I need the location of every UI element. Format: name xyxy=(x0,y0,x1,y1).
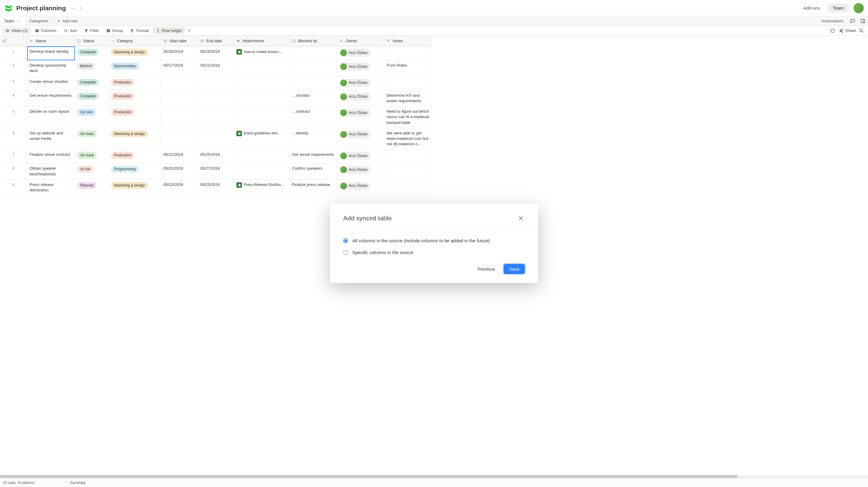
modal-backdrop: Add synced table All columns in the sour… xyxy=(0,0,868,36)
